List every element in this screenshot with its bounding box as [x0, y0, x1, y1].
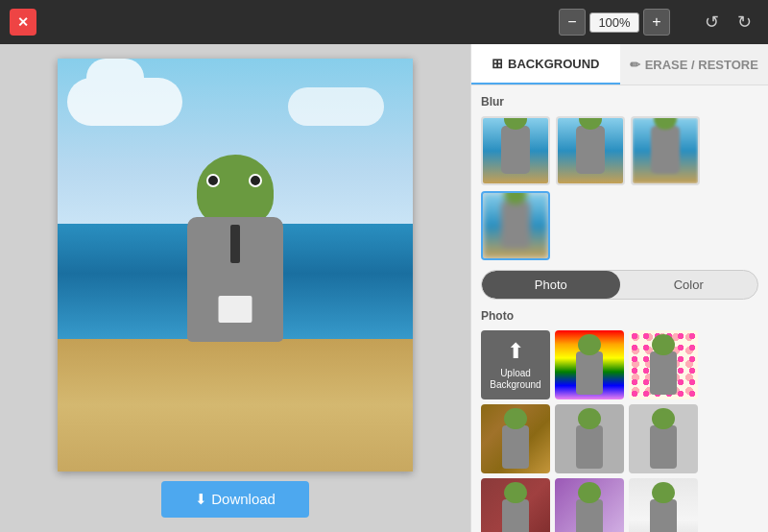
- thumb-frog-3: [651, 126, 680, 174]
- photo-bg-wood[interactable]: [481, 404, 550, 473]
- close-button[interactable]: ✕: [10, 9, 36, 36]
- blur-thumb-light[interactable]: [556, 116, 625, 185]
- photo-bg-polka[interactable]: [629, 330, 698, 399]
- photo-bg-brick[interactable]: [481, 478, 550, 532]
- panel-tabs: ⊞ BACKGROUND ✏ ERASE / RESTORE: [471, 44, 768, 85]
- thumb-over-purple: [576, 499, 603, 532]
- blur-preview-none: [483, 118, 548, 183]
- photo-bg-plain1[interactable]: [555, 404, 624, 473]
- top-bar: ✕ − 100% + ↺ ↻: [0, 0, 768, 44]
- download-area: ⬇ Download: [161, 481, 309, 518]
- tab-erase-label: ERASE / RESTORE: [645, 58, 758, 72]
- right-panel: ⊞ BACKGROUND ✏ ERASE / RESTORE Blur: [470, 44, 768, 532]
- blur-thumb-row-2: [481, 191, 758, 260]
- eraser-icon: ✏: [630, 58, 640, 72]
- panel-content[interactable]: Blur: [471, 85, 768, 532]
- char-body: [187, 217, 283, 342]
- blur-thumb-strong[interactable]: [481, 191, 550, 260]
- photo-bg-white-room[interactable]: [629, 478, 698, 532]
- upload-background-thumb[interactable]: ⬆ UploadBackground: [481, 330, 550, 399]
- char-eye-left: [206, 174, 220, 187]
- thumb-over-brick: [502, 499, 529, 532]
- thumb-over-white-room: [650, 499, 677, 532]
- photo-grid: ⬆ UploadBackground: [481, 330, 758, 532]
- char-eye-right: [249, 174, 262, 187]
- zoom-in-button[interactable]: +: [643, 9, 670, 36]
- photo-section-label: Photo: [481, 309, 758, 323]
- history-controls: ↺ ↻: [697, 8, 758, 36]
- char-tie: [230, 225, 240, 263]
- upload-label: UploadBackground: [490, 368, 540, 391]
- thumb-over-wood: [502, 425, 529, 469]
- canvas-image: [58, 59, 413, 472]
- blur-section-label: Blur: [481, 95, 758, 109]
- blur-thumb-med[interactable]: [631, 116, 700, 185]
- redo-button[interactable]: ↻: [730, 8, 758, 36]
- blur-preview-light: [558, 118, 623, 183]
- toggle-photo-button[interactable]: Photo: [482, 271, 620, 299]
- thumb-over-rainbow: [576, 351, 603, 395]
- blur-preview-strong: [483, 193, 548, 258]
- char-head: [197, 155, 274, 227]
- thumb-over-plain1: [576, 425, 603, 469]
- thumb-frog-1: [501, 126, 530, 174]
- canvas-area: ⬇ Download: [0, 44, 470, 532]
- thumb-frog-2: [576, 126, 605, 174]
- blur-thumb-row-1: [481, 116, 758, 185]
- undo-button[interactable]: ↺: [697, 8, 726, 36]
- tab-background[interactable]: ⊞ BACKGROUND: [471, 44, 620, 85]
- char-paper: [219, 296, 252, 323]
- photo-color-toggle: Photo Color: [481, 270, 758, 300]
- tab-background-label: BACKGROUND: [508, 57, 599, 71]
- photo-bg-rainbow[interactable]: [555, 330, 624, 399]
- toggle-color-button[interactable]: Color: [620, 271, 758, 299]
- char-eyes: [206, 174, 262, 187]
- thumb-over-polka: [650, 351, 677, 395]
- cloud-1: [67, 78, 182, 126]
- zoom-controls: − 100% +: [559, 9, 670, 36]
- zoom-value-display: 100%: [589, 12, 639, 33]
- tab-erase-restore[interactable]: ✏ ERASE / RESTORE: [620, 44, 769, 85]
- download-button[interactable]: ⬇ Download: [161, 481, 309, 518]
- zoom-out-button[interactable]: −: [559, 9, 586, 36]
- main-content: ⬇ Download ⊞ BACKGROUND ✏ ERASE / RESTOR…: [0, 44, 768, 532]
- layers-icon: ⊞: [492, 56, 503, 71]
- photo-bg-purple[interactable]: [555, 478, 624, 532]
- cloud-2: [288, 87, 384, 126]
- sand-bg: [58, 339, 413, 472]
- canvas-wrapper: [58, 59, 413, 472]
- thumb-over-plain2: [650, 425, 677, 469]
- photo-bg-plain2[interactable]: [629, 404, 698, 473]
- thumb-frog-4: [501, 201, 530, 249]
- upload-icon: ⬆: [507, 339, 524, 364]
- subject-character: [178, 145, 293, 356]
- blur-thumb-none[interactable]: [481, 116, 550, 185]
- blur-preview-med: [633, 118, 698, 183]
